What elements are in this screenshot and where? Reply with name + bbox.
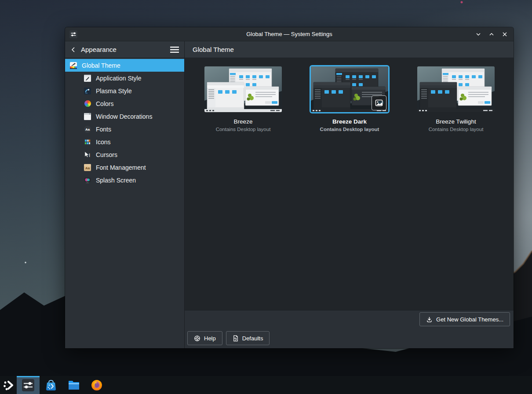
kde-launcher-icon [3,379,15,391]
chevron-down-icon [476,32,481,37]
sidebar-item-font-management[interactable]: Aa Font Management [65,161,184,174]
theme-name: Breeze [234,118,253,125]
hamburger-menu-icon[interactable] [170,47,179,53]
main-header: Global Theme [185,41,514,58]
theme-subtitle: Contains Desktop layout [216,127,271,132]
firefox-icon [90,379,103,392]
colors-icon [84,100,91,108]
theme-name: Breeze Twilight [436,118,476,125]
theme-preview-breeze [204,66,282,112]
svg-text:Aa: Aa [85,128,90,131]
theme-subtitle: Contains Desktop layout [320,127,379,132]
system-settings-window: Global Theme — System Settings [65,27,514,348]
taskbar-item-firefox[interactable] [85,376,108,394]
sidebar-list: Global Theme Application Style [65,58,184,186]
sidebar-item-application-style[interactable]: Application Style [65,72,184,84]
plasma-style-icon [84,87,91,95]
taskbar [0,376,532,394]
sidebar-item-label: Application Style [96,75,142,82]
sidebar-item-cursors[interactable]: I Cursors [65,148,184,161]
sidebar-item-label: Icons [96,139,110,146]
global-theme-icon [69,62,77,69]
sidebar-item-icons[interactable]: Icons [65,135,184,148]
preview-image-button[interactable] [372,95,386,110]
icons-icon [84,138,91,146]
sidebar: Appearance [65,41,185,348]
theme-card-breeze-dark[interactable]: Breeze Dark Contains Desktop layout [296,65,403,132]
sidebar-item-global-theme[interactable]: Global Theme [65,59,184,72]
help-button[interactable]: Help [187,331,222,345]
sidebar-item-label: Font Management [96,164,146,171]
system-settings-app-icon [69,30,77,38]
help-icon [194,335,200,342]
titlebar[interactable]: Global Theme — System Settings [65,27,514,41]
cursors-icon: I [84,151,91,159]
sidebar-item-plasma-style[interactable]: Plasma Style [65,84,184,97]
sidebar-item-label: Fonts [96,126,111,133]
get-new-label: Get New Global Themes... [436,316,503,323]
theme-card-breeze-twilight[interactable]: Breeze Twilight Contains Desktop layout [403,65,509,132]
download-icon [426,316,433,323]
kcm-footer: Get New Global Themes... [185,310,514,328]
taskbar-item-system-settings[interactable] [17,376,40,394]
app-launcher-button[interactable] [1,376,17,394]
sidebar-item-label: Colors [96,100,113,107]
defaults-button[interactable]: Defaults [226,331,270,345]
theme-subtitle: Contains Desktop layout [429,127,484,132]
theme-grid: Breeze Contains Desktop layout [185,58,514,310]
font-management-icon: Aa [84,164,91,171]
svg-text:Aa: Aa [85,166,90,170]
get-new-global-themes-button[interactable]: Get New Global Themes... [419,312,510,326]
chevron-left-icon [70,47,77,53]
fonts-icon: Aa [84,125,91,133]
sidebar-item-label: Global Theme [82,62,120,69]
window-title: Global Theme — System Settings [65,31,514,37]
desktop: Global Theme — System Settings [0,0,532,394]
chevron-up-icon [489,32,494,37]
application-style-icon [84,74,91,82]
image-icon [375,99,383,107]
sidebar-item-colors[interactable]: Colors [65,97,184,110]
window-footer: Help Defaults [185,328,514,348]
theme-card-breeze[interactable]: Breeze Contains Desktop layout [190,65,296,132]
svg-text:I: I [89,152,90,157]
system-settings-icon [22,379,35,392]
sidebar-item-label: Splash Screen [96,177,136,184]
sidebar-item-label: Plasma Style [96,88,132,95]
page-title: Global Theme [193,46,234,53]
taskbar-item-discover[interactable] [40,376,62,394]
main-panel: Global Theme [185,41,514,348]
sidebar-item-label: Cursors [96,151,117,158]
back-button[interactable]: Appearance [70,46,117,53]
sidebar-item-window-decorations[interactable]: Window Decorations [65,110,184,123]
close-button[interactable] [500,30,509,39]
maximize-button[interactable] [487,30,496,39]
theme-name: Breeze Dark [332,118,367,125]
splash-screen-icon [84,176,91,184]
window-decorations-icon [84,113,91,120]
sidebar-item-fonts[interactable]: Aa Fonts [65,123,184,135]
theme-preview-breeze-twilight [417,66,495,112]
defaults-label: Defaults [242,335,263,342]
minimize-button[interactable] [474,30,483,39]
sidebar-item-label: Window Decorations [96,113,152,120]
discover-icon [44,379,58,392]
sidebar-header: Appearance [65,41,184,58]
close-icon [502,32,507,37]
folder-icon [67,379,80,392]
back-label: Appearance [81,46,117,53]
help-label: Help [204,335,216,342]
sidebar-item-splash-screen[interactable]: Splash Screen [65,174,184,186]
taskbar-item-file-manager[interactable] [62,376,85,394]
document-revert-icon [233,335,239,342]
